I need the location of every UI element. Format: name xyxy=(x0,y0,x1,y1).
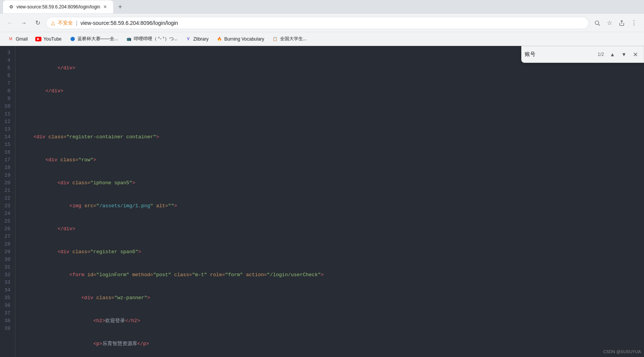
bookmark-gmail[interactable]: M Gmail xyxy=(5,34,31,44)
svg-line-1 xyxy=(598,24,600,26)
gmail-favicon: M xyxy=(8,36,14,42)
code-line-13: <div class="wz-panner"> xyxy=(21,294,638,302)
code-line-5 xyxy=(21,110,638,118)
more-options-icon[interactable]: ⋮ xyxy=(629,18,639,28)
refresh-button[interactable]: ↻ xyxy=(32,18,43,28)
toolbar-icons: ☆ ⋮ xyxy=(592,18,639,28)
code-line-12: <form id="loginForm" method="post" class… xyxy=(21,271,638,279)
code-line-9: <img src="/assets/img/1.png" alt=""> xyxy=(21,202,638,210)
bookmark-burning[interactable]: 🔥 Burning Vocabulary xyxy=(213,34,267,44)
browser-window: ⚙ view-source:58.59.6.204:8096/login/log… xyxy=(0,0,644,357)
code-line-11: <div class="register span6"> xyxy=(21,248,638,256)
source-view: 3 4 5 6 7 8 9 10 11 12 13 14 15 16 17 18… xyxy=(0,46,644,357)
find-next-button[interactable]: ▼ xyxy=(619,50,629,59)
bookmark-lanjiqibai-label: 蓝桥杯大赛——全... xyxy=(77,36,118,42)
bookmark-quanguo-label: 全国大学生... xyxy=(280,36,307,42)
find-count: 1/2 xyxy=(598,52,604,57)
active-tab[interactable]: ⚙ view-source:58.59.6.204:8096/login/log… xyxy=(3,0,113,13)
share-icon[interactable] xyxy=(616,18,627,28)
bookmark-lanjiqibai[interactable]: 🔵 蓝桥杯大赛——全... xyxy=(66,34,121,44)
find-close-button[interactable]: ✕ xyxy=(631,50,640,59)
tab-close-icon[interactable]: ✕ xyxy=(103,4,107,10)
csdn-watermark: CSDN @SUSUYUA xyxy=(603,349,641,354)
insecure-label: 不安全 xyxy=(58,20,73,26)
bookmark-zlibrary[interactable]: V Zlibrary xyxy=(182,34,212,44)
quanguo-favicon: 📋 xyxy=(272,36,278,42)
find-input[interactable] xyxy=(525,51,594,57)
line-numbers: 3 4 5 6 7 8 9 10 11 12 13 14 15 16 17 18… xyxy=(0,46,15,357)
bookmark-star-icon[interactable]: ☆ xyxy=(604,18,615,28)
youtube-favicon: ▶ xyxy=(35,37,41,41)
address-bar-row: ← → ↻ △ 不安全 | view-source:58.59.6.204:80… xyxy=(0,14,644,32)
back-button[interactable]: ← xyxy=(5,18,15,28)
code-line-6: <div class="register-container container… xyxy=(21,133,638,141)
bilibili-favicon: 📺 xyxy=(126,36,132,42)
bookmark-bilibili[interactable]: 📺 哔哩哔哩（ °- °）つ... xyxy=(123,34,181,44)
security-warning-icon: △ xyxy=(51,20,55,26)
bookmark-gmail-label: Gmail xyxy=(16,36,28,42)
search-icon-button[interactable] xyxy=(592,18,603,28)
tab-bar: ⚙ view-source:58.59.6.204:8096/login/log… xyxy=(0,0,644,14)
address-bar[interactable]: △ 不安全 | view-source:58.59.6.204:8096/log… xyxy=(46,17,589,29)
find-bar: 1/2 ▲ ▼ ✕ xyxy=(521,46,644,63)
zlibrary-favicon: V xyxy=(185,36,191,42)
code-line-3: </div> xyxy=(21,64,638,72)
bookmark-bilibili-label: 哔哩哔哩（ °- °）つ... xyxy=(134,36,178,42)
find-prev-button[interactable]: ▲ xyxy=(608,50,617,59)
bookmark-youtube[interactable]: ▶ YouTube xyxy=(32,35,64,43)
code-line-8: <div class="iphone span5"> xyxy=(21,179,638,187)
code-line-14: <h2>欢迎登录</h2> xyxy=(21,317,638,325)
bookmark-burning-label: Burning Vocabulary xyxy=(224,36,264,42)
code-line-4: </div> xyxy=(21,87,638,95)
code-line-7: <div class="row"> xyxy=(21,156,638,164)
main-content: 1/2 ▲ ▼ ✕ 3 4 5 6 7 8 9 10 11 12 13 14 1… xyxy=(0,46,644,357)
bookmarks-bar: M Gmail ▶ YouTube 🔵 蓝桥杯大赛——全... 📺 哔哩哔哩（ … xyxy=(0,32,644,46)
forward-button[interactable]: → xyxy=(18,18,29,28)
bookmark-quanguo[interactable]: 📋 全国大学生... xyxy=(269,34,310,44)
url-text: view-source:58.59.6.204:8096/login/login xyxy=(81,20,178,26)
burning-favicon: 🔥 xyxy=(216,36,222,42)
code-line-15: <p>乐育智慧资源库</p> xyxy=(21,340,638,348)
code-line-10: </div> xyxy=(21,225,638,233)
tab-favicon: ⚙ xyxy=(9,4,13,10)
new-tab-button[interactable]: + xyxy=(115,2,125,12)
bookmark-zlibrary-label: Zlibrary xyxy=(193,36,209,42)
lanjiqibai-favicon: 🔵 xyxy=(69,36,76,42)
bookmark-youtube-label: YouTube xyxy=(43,36,61,42)
code-content: </div> </div> <div class="register-conta… xyxy=(15,46,644,357)
tab-title: view-source:58.59.6.204:8096/login/login xyxy=(16,4,100,10)
url-separator: | xyxy=(76,20,77,26)
